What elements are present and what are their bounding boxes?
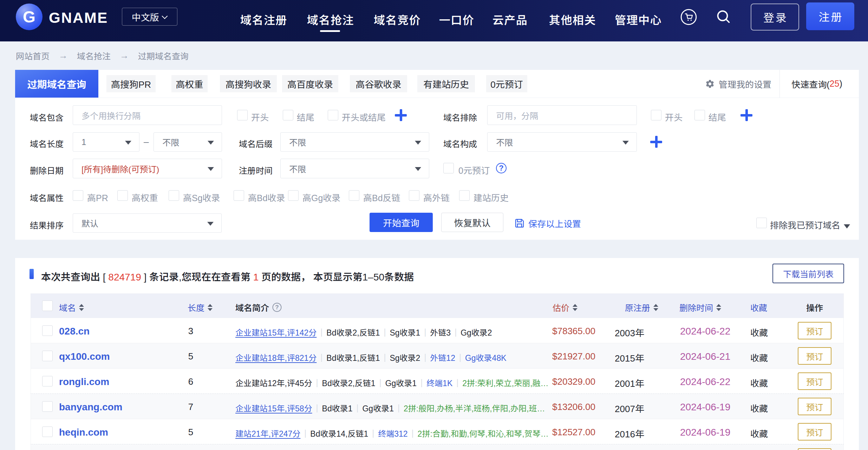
svg-text:?: ?	[275, 304, 279, 311]
